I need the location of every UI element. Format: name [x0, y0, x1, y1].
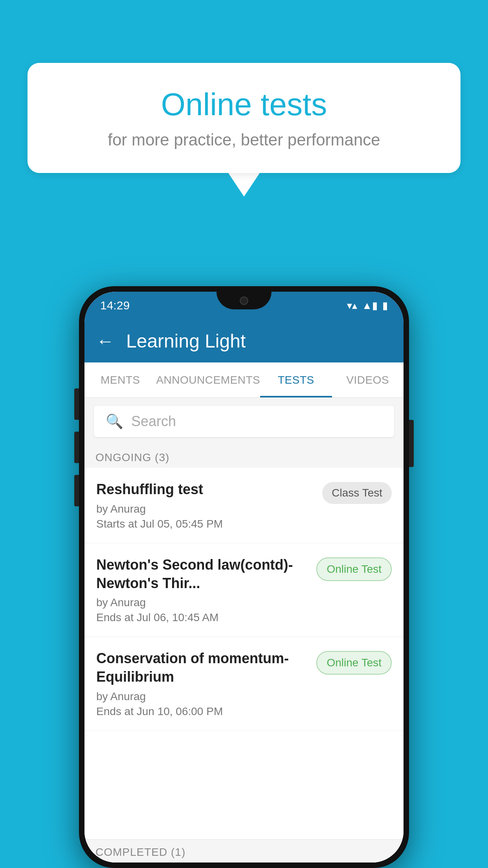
power-button — [409, 420, 414, 467]
list-item-title: Conservation of momentum-Equilibrium — [96, 649, 308, 686]
battery-icon: ▮ — [382, 300, 388, 312]
status-time: 14:29 — [100, 299, 130, 312]
status-bar: 14:29 ▾▴ ▲▮ ▮ — [84, 292, 404, 319]
list-item-title: Reshuffling test — [96, 480, 314, 499]
badge-online-test: Online Test — [316, 557, 392, 581]
tab-announcements[interactable]: ANNOUNCEMENTS — [156, 362, 260, 397]
list-item-author: by Anurag — [96, 503, 314, 515]
list-item-info: Conservation of momentum-Equilibrium by … — [96, 649, 316, 718]
app-bar-title: Learning Light — [126, 330, 246, 352]
tab-tests[interactable]: TESTS — [260, 362, 332, 397]
list-item-date: Ends at Jun 10, 06:00 PM — [96, 705, 308, 718]
list-item-info: Newton's Second law(contd)-Newton's Thir… — [96, 556, 316, 624]
list-item-title: Newton's Second law(contd)-Newton's Thir… — [96, 556, 308, 593]
list-item-author: by Anurag — [96, 690, 308, 703]
volume-down-button — [74, 432, 79, 463]
volume-up-button — [74, 388, 79, 420]
list-item-author: by Anurag — [96, 596, 308, 609]
app-bar: ← Learning Light — [84, 319, 404, 362]
wifi-icon: ▾▴ — [347, 300, 357, 312]
signal-icon: ▲▮ — [362, 300, 378, 312]
tab-ments[interactable]: MENTS — [84, 362, 156, 397]
search-box[interactable]: 🔍 Search — [94, 406, 394, 437]
list-item-date: Ends at Jul 06, 10:45 AM — [96, 611, 308, 624]
speech-bubble: Online tests for more practice, better p… — [28, 63, 460, 173]
content-area: 🔍 Search ONGOING (3) Reshuffling test by… — [84, 398, 404, 862]
phone-screen: 14:29 ▾▴ ▲▮ ▮ ← Learning Light MENTS — [84, 292, 404, 862]
back-button[interactable]: ← — [96, 330, 114, 351]
list-item-info: Reshuffling test by Anurag Starts at Jul… — [96, 480, 322, 530]
search-placeholder: Search — [131, 413, 176, 430]
ongoing-label: ONGOING (3) — [95, 451, 169, 463]
silent-button — [74, 475, 79, 506]
speech-bubble-arrow — [228, 173, 260, 197]
list-item[interactable]: Reshuffling test by Anurag Starts at Jul… — [84, 468, 404, 543]
test-list: Reshuffling test by Anurag Starts at Jul… — [84, 468, 404, 839]
search-container: 🔍 Search — [84, 398, 404, 445]
status-icons: ▾▴ ▲▮ ▮ — [347, 300, 388, 312]
phone-outer: 14:29 ▾▴ ▲▮ ▮ ← Learning Light MENTS — [79, 286, 409, 868]
search-icon: 🔍 — [106, 413, 123, 430]
completed-section-header: COMPLETED (1) — [84, 839, 404, 862]
badge-online-test-2: Online Test — [316, 651, 392, 675]
speech-bubble-container: Online tests for more practice, better p… — [28, 63, 460, 197]
speech-bubble-subtitle: for more practice, better performance — [59, 131, 429, 149]
list-item[interactable]: Conservation of momentum-Equilibrium by … — [84, 637, 404, 731]
tab-videos[interactable]: VIDEOS — [332, 362, 404, 397]
notch — [216, 292, 272, 309]
tabs-bar: MENTS ANNOUNCEMENTS TESTS VIDEOS — [84, 362, 404, 398]
badge-class-test: Class Test — [322, 482, 392, 504]
camera — [240, 296, 248, 305]
completed-label: COMPLETED (1) — [95, 846, 185, 858]
list-item[interactable]: Newton's Second law(contd)-Newton's Thir… — [84, 543, 404, 637]
ongoing-section-header: ONGOING (3) — [84, 445, 404, 468]
phone-mockup: 14:29 ▾▴ ▲▮ ▮ ← Learning Light MENTS — [79, 286, 409, 868]
list-item-date: Starts at Jul 05, 05:45 PM — [96, 518, 314, 530]
speech-bubble-title: Online tests — [59, 86, 429, 123]
